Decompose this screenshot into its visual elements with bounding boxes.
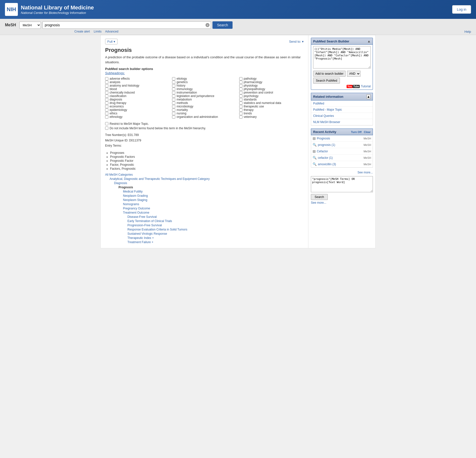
cb-trends-input[interactable]	[239, 112, 242, 115]
cb-economics-input[interactable]	[105, 105, 108, 108]
recist-link[interactable]: Response Evaluation Criteria in Solid Tu…	[127, 228, 187, 231]
cb-blood-input[interactable]	[105, 88, 108, 91]
entry-term-factor-prognostic: Factor, Prognostic	[110, 163, 304, 166]
term-title: Prognosis	[105, 47, 304, 53]
see-more-link[interactable]: See more...	[311, 171, 373, 174]
cb-legislation-input[interactable]	[172, 95, 175, 98]
subheadings-label[interactable]: Subheadings:	[105, 71, 304, 75]
cb-adverse-effects-input[interactable]	[105, 77, 108, 80]
recent-activity-controls: Turn Off Clear	[350, 131, 371, 133]
progression-free-link[interactable]: Progression-Free Survival	[127, 224, 162, 227]
bottom-see-more-link[interactable]: See more...	[311, 201, 373, 204]
restrict-no-below-input[interactable]	[105, 127, 108, 130]
search-builder-textarea[interactable]: ((("Otitis Media"[Mesh]) AND "Infant"[Me…	[313, 46, 371, 68]
cb-psychology-input[interactable]	[239, 95, 242, 98]
cb-pharmacology-input[interactable]	[239, 81, 242, 84]
therapeutic-index-link[interactable]: Therapeutic Index +	[127, 236, 154, 240]
neoplasm-grading-link[interactable]: Neoplasm Grading	[123, 194, 148, 197]
turn-off-link[interactable]: Turn Off	[351, 131, 362, 133]
disease-free-survival-link[interactable]: Disease-Free Survival	[127, 215, 157, 219]
cb-immunology-input[interactable]	[172, 88, 175, 91]
cb-pathology-input[interactable]	[239, 77, 242, 80]
related-nlm-mesh[interactable]: NLM MeSH Browser	[311, 119, 373, 125]
neoplasm-staging-link[interactable]: Neoplasm Staging	[123, 198, 147, 202]
search-pubmed-button[interactable]: Search PubMed	[313, 78, 340, 84]
treatment-failure-link[interactable]: Treatment Failure +	[127, 240, 153, 244]
help-link[interactable]: Help	[464, 30, 471, 33]
search-input[interactable]	[42, 21, 211, 29]
recent-prognosis-name[interactable]: Prognosis	[317, 137, 330, 140]
recent-amoxicillin-name[interactable]: amoxicillin (3)	[318, 163, 336, 166]
database-select[interactable]: MeSH PubMed PMC	[19, 22, 41, 29]
cb-diagnosis: diagnosis	[105, 98, 170, 101]
send-to-control[interactable]: Send to: ▾	[289, 40, 304, 43]
cb-drug-therapy-input[interactable]	[105, 101, 108, 105]
bottom-search-button[interactable]: Search	[311, 194, 328, 200]
recent-cefaclor-name[interactable]: Cefaclor	[317, 150, 328, 153]
cb-metabolism-input[interactable]	[172, 98, 175, 101]
recent-prognosis-search-name[interactable]: prognosis (1)	[318, 143, 335, 147]
cb-etiology-input[interactable]	[172, 77, 175, 80]
main-wrap: Full ▾ Send to: ▾ Prognosis A prediction…	[100, 35, 376, 248]
bottom-search-box: "prognosis"[MeSH Terms] OR prognosis[Tex…	[311, 176, 373, 204]
limits-link[interactable]: Limits	[94, 30, 101, 33]
cb-anatomy-input[interactable]	[105, 84, 108, 87]
advanced-link[interactable]: Advanced	[105, 30, 118, 33]
login-button[interactable]: Log in	[452, 5, 471, 14]
cb-standards-input[interactable]	[239, 98, 242, 101]
clear-link[interactable]: Clear	[364, 131, 371, 133]
medical-futility-link[interactable]: Medical Futility	[123, 190, 143, 193]
cb-prevention-input[interactable]	[239, 91, 242, 94]
recent-cefaclor-search-name[interactable]: cefaclor (1)	[318, 156, 333, 160]
recent-activity-title: Recent Activity	[313, 130, 336, 134]
cb-microbiology-input[interactable]	[172, 105, 175, 108]
cb-therapeutic-use: therapeutic use	[239, 105, 304, 108]
cb-history-input[interactable]	[172, 84, 175, 87]
cb-mortality-input[interactable]	[172, 108, 175, 112]
cb-organization-input[interactable]	[172, 115, 175, 119]
cb-physiopathology-input[interactable]	[239, 88, 242, 91]
boolean-operator-select[interactable]: AND OR NOT	[347, 71, 360, 77]
treatment-outcome-link[interactable]: Treatment Outcome	[123, 211, 149, 214]
search-builder-collapse-button[interactable]: ▲	[367, 39, 371, 43]
cb-physiology-input[interactable]	[239, 84, 242, 87]
pregnancy-outcome-link[interactable]: Pregnancy Outcome	[123, 207, 150, 210]
related-pubmed-major[interactable]: PubMed - Major Topic	[311, 107, 373, 113]
search-builder-title: PubMed Search Builder	[313, 39, 349, 43]
cb-ethics-input[interactable]	[105, 112, 108, 115]
sustained-virologic-link[interactable]: Sustained Virologic Response	[127, 232, 167, 235]
cb-physiology: physiology	[239, 84, 304, 87]
cb-chemically-input[interactable]	[105, 91, 108, 94]
cb-ethnology-input[interactable]	[105, 115, 108, 119]
search-button[interactable]: Search	[212, 21, 232, 29]
tutorial-label[interactable]: Tutorial	[361, 85, 371, 88]
cb-methods-input[interactable]	[172, 101, 175, 105]
bottom-search-textarea[interactable]: "prognosis"[MeSH Terms] OR prognosis[Tex…	[311, 176, 373, 192]
add-to-builder-button[interactable]: Add to search builder	[313, 71, 346, 77]
full-dropdown-button[interactable]: Full ▾	[105, 39, 118, 44]
clear-input-button[interactable]: ✕	[206, 23, 209, 27]
cb-epidemiology-input[interactable]	[105, 108, 108, 112]
cb-diagnosis-input[interactable]	[105, 98, 108, 101]
related-clinical-queries[interactable]: Clinical Queries	[311, 113, 373, 119]
cb-statistics-input[interactable]	[239, 101, 242, 105]
cb-analysis-input[interactable]	[105, 81, 108, 84]
restrict-major-topic-input[interactable]	[105, 122, 108, 125]
diagnosis-link[interactable]: Diagnosis	[114, 181, 127, 185]
cb-therapy-input[interactable]	[239, 108, 242, 112]
cb-instrumentation-input[interactable]	[172, 91, 175, 94]
cb-blood: blood	[105, 87, 170, 91]
nomograms-link[interactable]: Nomograms	[123, 202, 139, 206]
create-alert-link[interactable]: Create alert	[74, 30, 90, 33]
analytical-link[interactable]: Analytical, Diagnostic and Therapeutic T…	[110, 177, 210, 181]
cb-veterinary-input[interactable]	[239, 115, 242, 119]
cb-nursing-input[interactable]	[172, 112, 175, 115]
cb-therapeutic-use-input[interactable]	[239, 105, 242, 108]
cb-classification-input[interactable]	[105, 95, 108, 98]
tree-prognosis-node: Prognosis	[119, 186, 304, 189]
early-termination-link[interactable]: Early Termination of Clinical Trials	[127, 219, 172, 223]
cb-genetics-input[interactable]	[172, 81, 175, 84]
all-mesh-link[interactable]: All MeSH Categories	[105, 173, 133, 176]
related-pubmed[interactable]: PubMed	[311, 100, 373, 107]
related-info-collapse-button[interactable]: ▲	[366, 94, 371, 99]
